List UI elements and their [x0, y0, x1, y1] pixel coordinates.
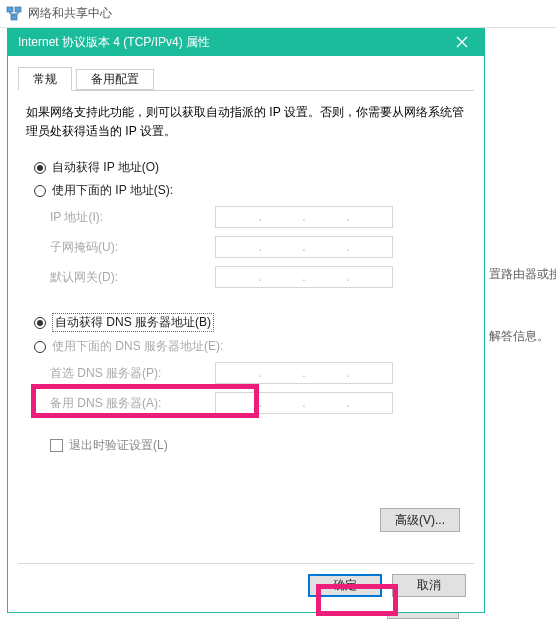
parent-window-title: 网络和共享中心 [28, 5, 112, 22]
tab-alternate-label: 备用配置 [91, 71, 139, 88]
ipv4-properties-dialog: Internet 协议版本 4 (TCP/IPv4) 属性 常规 备用配置 如果… [7, 28, 485, 613]
tab-strip: 常规 备用配置 [18, 66, 474, 91]
advanced-button[interactable]: 高级(V)... [380, 508, 460, 532]
input-subnet-mask: ....... [215, 236, 393, 258]
dialog-button-row: 确定 取消 [8, 574, 484, 602]
checkbox-validate-label: 退出时验证设置(L) [69, 437, 168, 454]
tab-alternate[interactable]: 备用配置 [76, 69, 154, 90]
field-alternate-dns: 备用 DNS 服务器(A): ....... [50, 391, 466, 415]
ok-button-label: 确定 [333, 577, 357, 594]
radio-ip-auto[interactable]: 自动获得 IP 地址(O) [34, 159, 466, 176]
radio-dns-manual[interactable]: 使用下面的 DNS 服务器地址(E): [34, 338, 466, 355]
field-ip-address: IP 地址(I): ....... [50, 205, 466, 229]
cancel-button[interactable]: 取消 [392, 574, 466, 597]
radio-dns-auto-label: 自动获得 DNS 服务器地址(B) [52, 313, 214, 332]
radio-ip-auto-label: 自动获得 IP 地址(O) [52, 159, 159, 176]
radio-ip-manual[interactable]: 使用下面的 IP 地址(S): [34, 182, 466, 199]
field-preferred-dns: 首选 DNS 服务器(P): ....... [50, 361, 466, 385]
svg-rect-1 [15, 7, 21, 12]
advanced-button-label: 高级(V)... [395, 512, 445, 529]
dialog-body: 如果网络支持此功能，则可以获取自动指派的 IP 设置。否则，你需要从网络系统管理… [8, 91, 484, 454]
radio-dns-auto[interactable]: 自动获得 DNS 服务器地址(B) [34, 313, 466, 332]
dialog-title: Internet 协议版本 4 (TCP/IPv4) 属性 [18, 34, 448, 51]
input-preferred-dns: ....... [215, 362, 393, 384]
background-text-router: 置路由器或接 [489, 266, 556, 283]
field-ip-address-label: IP 地址(I): [50, 209, 215, 226]
checkbox-icon [50, 439, 63, 452]
input-default-gateway: ....... [215, 266, 393, 288]
field-preferred-dns-label: 首选 DNS 服务器(P): [50, 365, 215, 382]
cancel-button-label: 取消 [417, 577, 441, 594]
field-subnet-mask: 子网掩码(U): ....... [50, 235, 466, 259]
network-sharing-icon [6, 6, 22, 22]
separator-line [18, 563, 474, 564]
radio-icon [34, 341, 46, 353]
ok-button[interactable]: 确定 [308, 574, 382, 597]
svg-rect-0 [7, 7, 13, 12]
radio-icon [34, 185, 46, 197]
field-subnet-mask-label: 子网掩码(U): [50, 239, 215, 256]
input-alternate-dns: ....... [215, 392, 393, 414]
field-alternate-dns-label: 备用 DNS 服务器(A): [50, 395, 215, 412]
radio-ip-manual-label: 使用下面的 IP 地址(S): [52, 182, 173, 199]
radio-dns-manual-label: 使用下面的 DNS 服务器地址(E): [52, 338, 223, 355]
background-text-diag: 解答信息。 [489, 328, 549, 345]
parent-window-header: 网络和共享中心 [0, 0, 556, 28]
explain-text: 如果网络支持此功能，则可以获取自动指派的 IP 设置。否则，你需要从网络系统管理… [26, 103, 466, 141]
close-button[interactable] [448, 28, 476, 56]
tab-general[interactable]: 常规 [18, 67, 72, 91]
field-default-gateway: 默认网关(D): ....... [50, 265, 466, 289]
dialog-titlebar: Internet 协议版本 4 (TCP/IPv4) 属性 [8, 28, 484, 56]
field-default-gateway-label: 默认网关(D): [50, 269, 215, 286]
svg-rect-2 [11, 15, 17, 20]
checkbox-validate-on-exit[interactable]: 退出时验证设置(L) [50, 437, 466, 454]
radio-icon [34, 162, 46, 174]
tab-general-label: 常规 [33, 71, 57, 88]
radio-icon [34, 317, 46, 329]
input-ip-address: ....... [215, 206, 393, 228]
